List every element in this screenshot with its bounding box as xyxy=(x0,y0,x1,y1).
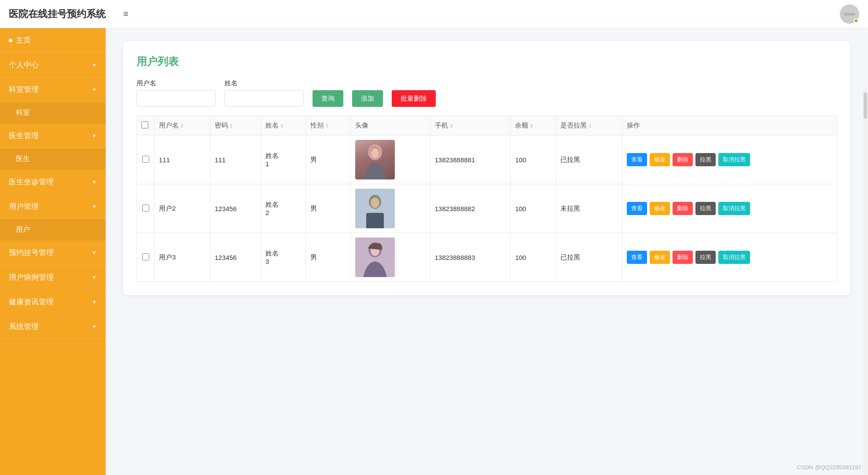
header: 医院在线挂号预约系统 ≡ 60x60 xyxy=(0,0,868,28)
sidebar-item-user-mgmt[interactable]: 用户管理 ▼ xyxy=(0,194,106,219)
sidebar-item-sys-mgmt[interactable]: 系统管理 ▼ xyxy=(0,314,106,339)
cell-username: 111 xyxy=(154,135,210,184)
sidebar: 主页 个人中心 ▼ 科室管理 ▼ 科室 医生管理 ▼ 医生 医生坐诊管理 ▼ 用… xyxy=(0,28,106,475)
cell-phone: 13823888883 xyxy=(430,233,511,282)
table-header-avatar: 头像 xyxy=(351,116,430,135)
cell-actions: 查看 修改 删除 拉黑 取消拉黑 xyxy=(622,135,837,184)
chevron-down-icon: ▼ xyxy=(92,179,97,185)
sidebar-item-dept[interactable]: 科室 xyxy=(0,102,106,124)
sidebar-item-patient-mgmt[interactable]: 用户病例管理 ▼ xyxy=(0,265,106,290)
sidebar-item-doctor[interactable]: 医生 xyxy=(0,148,106,170)
menu-toggle-icon[interactable]: ≡ xyxy=(123,9,129,19)
sidebar-dot xyxy=(9,39,12,42)
chevron-down-icon: ▼ xyxy=(92,62,97,68)
avatar-status-dot xyxy=(854,18,858,23)
delete-button[interactable]: 删除 xyxy=(673,202,693,215)
add-button[interactable]: 添加 xyxy=(352,90,383,107)
user-avatar xyxy=(355,238,395,277)
scrollbar[interactable] xyxy=(863,88,868,475)
batch-delete-button[interactable]: 批量删除 xyxy=(392,90,436,107)
select-all-checkbox[interactable] xyxy=(141,121,148,128)
blacklist-button[interactable]: 拉黑 xyxy=(695,251,716,264)
sidebar-item-doctor-mgmt[interactable]: 医生管理 ▼ xyxy=(0,124,106,148)
cell-actions: 查看 修改 删除 拉黑 取消拉黑 xyxy=(622,184,837,233)
unblacklist-button[interactable]: 取消拉黑 xyxy=(718,202,750,215)
cell-gender: 男 xyxy=(306,184,351,233)
svg-point-5 xyxy=(371,197,379,208)
view-button[interactable]: 查看 xyxy=(627,251,647,264)
chevron-down-icon: ▼ xyxy=(92,299,97,305)
unblacklist-button[interactable]: 取消拉黑 xyxy=(718,251,750,264)
cell-phone: 13823888881 xyxy=(430,135,511,184)
table-header-balance[interactable]: 余额 ⇕ xyxy=(511,116,555,135)
user-avatar xyxy=(355,189,395,228)
chevron-down-icon: ▼ xyxy=(92,274,97,281)
table-header-username[interactable]: 用户名 ⇕ xyxy=(154,116,210,135)
cell-gender: 男 xyxy=(306,135,351,184)
row-checkbox[interactable] xyxy=(142,253,149,260)
cell-blacklist: 已拉黑 xyxy=(555,135,622,184)
cell-password: 123456 xyxy=(210,184,261,233)
view-button[interactable]: 查看 xyxy=(627,153,647,166)
table-header-password[interactable]: 密码 ⇕ xyxy=(210,116,261,135)
scroll-thumb[interactable] xyxy=(864,92,867,119)
name-input[interactable] xyxy=(224,90,304,107)
watermark: CSDN @QQ3295391197 xyxy=(797,464,861,471)
table-header-name[interactable]: 姓名 ⇕ xyxy=(261,116,305,135)
svg-rect-6 xyxy=(366,213,384,228)
sidebar-item-dept-mgmt[interactable]: 科室管理 ▼ xyxy=(0,77,106,102)
cell-balance: 100 xyxy=(511,233,555,282)
row-checkbox-cell xyxy=(137,184,154,233)
unblacklist-button[interactable]: 取消拉黑 xyxy=(718,153,750,166)
delete-button[interactable]: 删除 xyxy=(673,153,693,166)
sidebar-item-user[interactable]: 用户 xyxy=(0,219,106,241)
view-button[interactable]: 查看 xyxy=(627,202,647,215)
user-table: 用户名 ⇕ 密码 ⇕ 姓名 ⇕ 性别 ⇕ 头像 xyxy=(136,116,837,282)
sort-icon: ⇕ xyxy=(528,123,533,128)
sidebar-item-home[interactable]: 主页 xyxy=(0,28,106,53)
cell-balance: 100 xyxy=(511,135,555,184)
cell-actions: 查看 修改 删除 拉黑 取消拉黑 xyxy=(622,233,837,282)
cell-avatar xyxy=(351,135,430,184)
cell-blacklist: 未拉黑 xyxy=(555,184,622,233)
blacklist-button[interactable]: 拉黑 xyxy=(695,202,716,215)
sort-icon: ⇕ xyxy=(179,123,184,128)
sidebar-item-doctor-schedule[interactable]: 医生坐诊管理 ▼ xyxy=(0,170,106,194)
query-button[interactable]: 查询 xyxy=(313,90,343,107)
delete-button[interactable]: 删除 xyxy=(673,251,693,264)
avatar[interactable]: 60x60 xyxy=(840,4,859,24)
table-header-checkbox xyxy=(137,116,154,135)
cell-avatar xyxy=(351,233,430,282)
table-row: 用户3 123456 姓名3 男 xyxy=(137,233,837,282)
username-input[interactable] xyxy=(136,90,216,107)
row-checkbox[interactable] xyxy=(142,156,149,163)
username-field: 用户名 xyxy=(136,79,216,107)
table-header-phone[interactable]: 手机 ⇕ xyxy=(430,116,511,135)
action-btns: 查看 修改 删除 拉黑 取消拉黑 xyxy=(627,251,832,264)
sidebar-item-health-mgmt[interactable]: 健康资讯管理 ▼ xyxy=(0,290,106,314)
table-header-row: 用户名 ⇕ 密码 ⇕ 姓名 ⇕ 性别 ⇕ 头像 xyxy=(137,116,837,135)
table-header-gender[interactable]: 性别 ⇕ xyxy=(306,116,351,135)
cell-balance: 100 xyxy=(511,184,555,233)
table-header-blacklist[interactable]: 是否拉黑 ⇕ xyxy=(555,116,622,135)
user-list-card: 用户列表 用户名 姓名 查询 添加 批量删除 xyxy=(123,41,850,295)
row-checkbox[interactable] xyxy=(142,205,149,212)
chevron-down-icon: ▼ xyxy=(92,204,97,210)
edit-button[interactable]: 修改 xyxy=(650,153,670,166)
sidebar-item-personal[interactable]: 个人中心 ▼ xyxy=(0,53,106,77)
action-btns: 查看 修改 删除 拉黑 取消拉黑 xyxy=(627,153,832,166)
edit-button[interactable]: 修改 xyxy=(650,251,670,264)
sort-icon: ⇕ xyxy=(228,123,233,128)
avatar-text: 60x60 xyxy=(844,12,855,16)
sort-icon: ⇕ xyxy=(448,123,453,128)
blacklist-button[interactable]: 拉黑 xyxy=(695,153,716,166)
sidebar-item-appt-mgmt[interactable]: 预约挂号管理 ▼ xyxy=(0,241,106,265)
content-area: 用户列表 用户名 姓名 查询 添加 批量删除 xyxy=(106,28,868,475)
chevron-down-icon: ▼ xyxy=(92,250,97,256)
edit-button[interactable]: 修改 xyxy=(650,202,670,215)
chevron-down-icon: ▼ xyxy=(92,133,97,139)
sort-icon: ⇕ xyxy=(279,123,284,128)
sort-icon: ⇕ xyxy=(587,123,592,128)
name-label: 姓名 xyxy=(224,79,304,88)
username-label: 用户名 xyxy=(136,79,216,88)
